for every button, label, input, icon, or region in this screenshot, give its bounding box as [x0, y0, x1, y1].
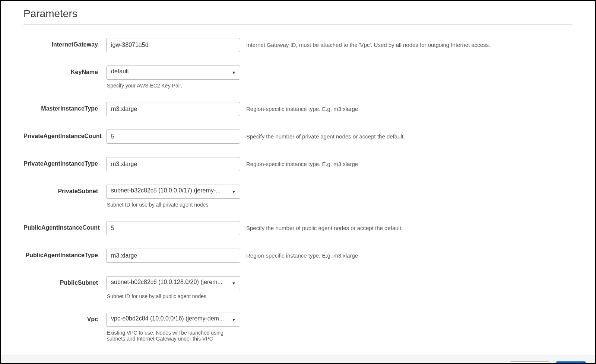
row-private-agent-instance-type: PrivateAgentInstanceType Region-specific…: [23, 157, 573, 171]
label-private-agent-instance-count: PrivateAgentInstanceCount: [23, 132, 102, 140]
help-private-subnet: Subnet ID for use by all private agent n…: [106, 202, 240, 208]
label-internet-gateway: InternetGateway: [52, 41, 98, 49]
desc-private-agent-instance-count: Specify the number of private agent node…: [246, 133, 405, 140]
parameters-form: InternetGateway Internet Gateway ID, mus…: [23, 38, 573, 355]
input-public-agent-instance-count[interactable]: [106, 221, 240, 235]
desc-private-agent-instance-type: Region-specific instance type. E.g. m3.x…: [246, 161, 358, 167]
label-public-subnet: PublicSubnet: [60, 279, 98, 287]
label-private-agent-instance-type: PrivateAgentInstanceType: [23, 160, 98, 168]
label-master-instance-type: MasterInstanceType: [41, 105, 98, 113]
page-title: Parameters: [23, 8, 573, 25]
select-key-name[interactable]: default: [106, 66, 240, 80]
select-public-subnet[interactable]: subnet-b02c82c6 (10.0.128.0/20) (jerem..…: [106, 276, 240, 290]
row-public-subnet: PublicSubnet subnet-b02c82c6 (10.0.128.0…: [23, 276, 573, 299]
label-public-agent-instance-type: PublicAgentInstanceType: [26, 252, 98, 259]
label-key-name: KeyName: [71, 68, 98, 76]
help-public-subnet: Subnet ID for use by all public agent no…: [106, 293, 240, 299]
label-private-subnet: PrivateSubnet: [58, 188, 98, 195]
row-key-name: KeyName default ▼ Specify your AWS EC2 K…: [23, 66, 573, 89]
desc-public-agent-instance-count: Specify the number of public agent nodes…: [246, 225, 403, 231]
row-private-agent-instance-count: PrivateAgentInstanceCount Specify the nu…: [23, 130, 573, 144]
previous-button[interactable]: Previous: [510, 361, 550, 364]
input-private-agent-instance-count[interactable]: [106, 130, 240, 144]
help-vpc: Existing VPC to use. Nodes will be launc…: [106, 330, 240, 342]
input-master-instance-type[interactable]: [106, 102, 240, 116]
input-public-agent-instance-type[interactable]: [106, 249, 240, 263]
select-vpc[interactable]: vpc-e0bd2c84 (10.0.0.0/16) (jeremy-dem..…: [106, 313, 240, 327]
desc-master-instance-type: Region-specific instance type. E.g. m3.x…: [246, 106, 358, 112]
footer-bar: Cancel Previous Next: [1, 355, 595, 364]
input-private-agent-instance-type[interactable]: [106, 157, 240, 171]
select-private-subnet[interactable]: subnet-b32c82c5 (10.0.0.0/17) (jeremy-..…: [106, 185, 240, 199]
label-vpc: Vpc: [87, 316, 98, 323]
desc-public-agent-instance-type: Region-specific instance type. E.g. m3.x…: [246, 252, 358, 259]
label-public-agent-instance-count: PublicAgentInstanceCount: [23, 224, 99, 232]
help-key-name: Specify your AWS EC2 Key Pair.: [106, 83, 240, 89]
row-private-subnet: PrivateSubnet subnet-b32c82c5 (10.0.0.0/…: [23, 185, 573, 208]
row-public-agent-instance-count: PublicAgentInstanceCount Specify the num…: [23, 221, 573, 235]
next-button[interactable]: Next: [556, 361, 586, 364]
cancel-button[interactable]: Cancel: [473, 362, 504, 364]
desc-internet-gateway: Internet Gateway ID, must be attached to…: [246, 42, 490, 48]
input-internet-gateway[interactable]: [106, 38, 240, 52]
row-vpc: Vpc vpc-e0bd2c84 (10.0.0.0/16) (jeremy-d…: [23, 313, 573, 342]
row-internet-gateway: InternetGateway Internet Gateway ID, mus…: [23, 38, 573, 52]
row-master-instance-type: MasterInstanceType Region-specific insta…: [23, 102, 573, 116]
row-public-agent-instance-type: PublicAgentInstanceType Region-specific …: [23, 249, 573, 263]
